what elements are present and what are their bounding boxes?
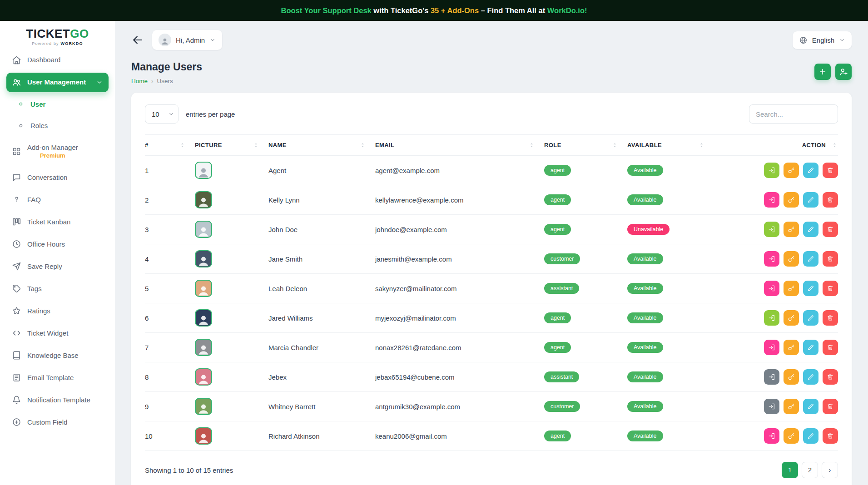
user-menu[interactable]: Hi, Admin: [152, 30, 222, 50]
breadcrumb-home[interactable]: Home: [131, 78, 148, 84]
login-as-button[interactable]: [764, 340, 779, 355]
delete-user-button[interactable]: [823, 428, 838, 444]
user-name: Jared Williams: [264, 303, 371, 333]
sidebar-item-ticket-widget[interactable]: Ticket Widget: [6, 323, 109, 343]
sidebar-item-ratings[interactable]: Ratings: [6, 301, 109, 321]
login-as-button[interactable]: [764, 428, 779, 444]
reset-password-button[interactable]: [784, 340, 799, 355]
row-number: 9: [145, 392, 190, 421]
column-header-available[interactable]: AVAILABLE: [623, 135, 709, 156]
sidebar-item-addon-manager[interactable]: Add-on ManagerPremium: [6, 138, 109, 165]
delete-user-button[interactable]: [823, 251, 838, 267]
user-name: Kelly Lynn: [264, 185, 371, 215]
sidebar-item-roles[interactable]: Roles: [6, 116, 109, 135]
edit-user-button[interactable]: [803, 281, 818, 296]
login-as-button[interactable]: [764, 222, 779, 237]
login-as-button[interactable]: [764, 310, 779, 326]
column-header-index[interactable]: #: [145, 135, 190, 156]
edit-user-button[interactable]: [803, 399, 818, 414]
user-avatar: [195, 398, 212, 415]
reset-password-button[interactable]: [784, 163, 799, 178]
sidebar-item-notification-template[interactable]: Notification Template: [6, 390, 109, 410]
delete-user-button[interactable]: [823, 192, 838, 208]
edit-user-button[interactable]: [803, 222, 818, 237]
logo-text: TICKETGO: [6, 27, 109, 40]
delete-user-button[interactable]: [823, 399, 838, 414]
edit-user-button[interactable]: [803, 192, 818, 208]
page-2[interactable]: 2: [802, 462, 818, 478]
sort-icon: [611, 142, 618, 148]
edit-user-button[interactable]: [803, 340, 818, 355]
column-header-role[interactable]: ROLE: [540, 135, 623, 156]
edit-user-button[interactable]: [803, 369, 818, 385]
delete-user-button[interactable]: [823, 340, 838, 355]
availability-badge: Available: [627, 194, 663, 205]
sidebar-item-faq[interactable]: FAQ: [6, 190, 109, 209]
add-user-button[interactable]: [814, 64, 831, 80]
edit-user-button[interactable]: [803, 310, 818, 326]
delete-user-button[interactable]: [823, 163, 838, 178]
login-as-button[interactable]: [764, 369, 779, 385]
sidebar-item-ticket-kanban[interactable]: Ticket Kanban: [6, 212, 109, 232]
sidebar-item-save-reply[interactable]: Save Reply: [6, 257, 109, 276]
users-icon: [12, 78, 21, 87]
login-as-button[interactable]: [764, 399, 779, 414]
delete-user-button[interactable]: [823, 222, 838, 237]
role-badge: agent: [544, 165, 571, 176]
invite-user-button[interactable]: [835, 64, 852, 80]
reset-password-button[interactable]: [784, 399, 799, 414]
users-table: #PICTURENAMEEMAILROLEAVAILABLEACTION 1Ag…: [145, 134, 838, 451]
reset-password-button[interactable]: [784, 251, 799, 267]
sidebar-item-office-hours[interactable]: Office Hours: [6, 234, 109, 254]
sidebar-item-user-management[interactable]: User Management: [6, 73, 109, 92]
delete-user-button[interactable]: [823, 310, 838, 326]
login-as-button[interactable]: [764, 163, 779, 178]
page-1[interactable]: 1: [782, 462, 798, 478]
reset-password-button[interactable]: [784, 369, 799, 385]
sidebar-item-user[interactable]: User: [6, 95, 109, 114]
reset-password-button[interactable]: [784, 428, 799, 444]
reset-password-button[interactable]: [784, 192, 799, 208]
reset-password-button[interactable]: [784, 281, 799, 296]
sidebar-item-email-template[interactable]: Email Template: [6, 368, 109, 387]
language-selector[interactable]: English: [793, 31, 852, 49]
dot-icon: [17, 100, 25, 108]
sidebar-item-custom-field[interactable]: Custom Field: [6, 412, 109, 432]
sidebar-item-knowledge-base[interactable]: Knowledge Base: [6, 346, 109, 365]
column-header-email[interactable]: EMAIL: [371, 135, 540, 156]
login-as-button[interactable]: [764, 251, 779, 267]
bell-icon: [12, 395, 21, 405]
login-as-button[interactable]: [764, 281, 779, 296]
availability-badge: Available: [627, 371, 663, 382]
sidebar-item-label: Save Reply: [27, 262, 62, 271]
edit-user-button[interactable]: [803, 428, 818, 444]
reset-password-button[interactable]: [784, 310, 799, 326]
delete-user-button[interactable]: [823, 281, 838, 296]
delete-user-button[interactable]: [823, 369, 838, 385]
column-label: PICTURE: [195, 142, 222, 148]
login-as-button[interactable]: [764, 192, 779, 208]
sidebar-item-tags[interactable]: Tags: [6, 279, 109, 298]
table-row: 3John Doejohndoe@example.comagentUnavail…: [145, 215, 838, 244]
table-row: 9Whitney Barrettantgrumik30@example.comc…: [145, 392, 838, 421]
search-input[interactable]: [749, 104, 838, 124]
edit-user-button[interactable]: [803, 163, 818, 178]
back-button[interactable]: [131, 34, 144, 46]
next-page-button[interactable]: ›: [822, 462, 838, 478]
table-row: 4Jane Smithjanesmith@example.comcustomer…: [145, 244, 838, 274]
reset-password-button[interactable]: [784, 222, 799, 237]
column-header-name[interactable]: NAME: [264, 135, 371, 156]
entries-per-page-select[interactable]: 10: [145, 104, 179, 124]
sidebar-item-conversation[interactable]: Conversation: [6, 168, 109, 187]
table-row: 2Kelly Lynnkellylawrence@example.comagen…: [145, 185, 838, 215]
column-label: AVAILABLE: [627, 142, 662, 148]
column-header-picture[interactable]: PICTURE: [190, 135, 264, 156]
sidebar-item-dashboard[interactable]: Dashboard: [6, 50, 109, 70]
role-badge: assistant: [544, 371, 579, 382]
logo-powered-by: Powered by WORKDO: [6, 41, 109, 46]
banner-link[interactable]: WorkDo.io!: [547, 6, 587, 15]
column-header-action[interactable]: ACTION: [709, 135, 838, 156]
entries-summary: Showing 1 to 10 of 15 entries: [145, 466, 233, 474]
user-email: agent@example.com: [371, 156, 540, 185]
edit-user-button[interactable]: [803, 251, 818, 267]
